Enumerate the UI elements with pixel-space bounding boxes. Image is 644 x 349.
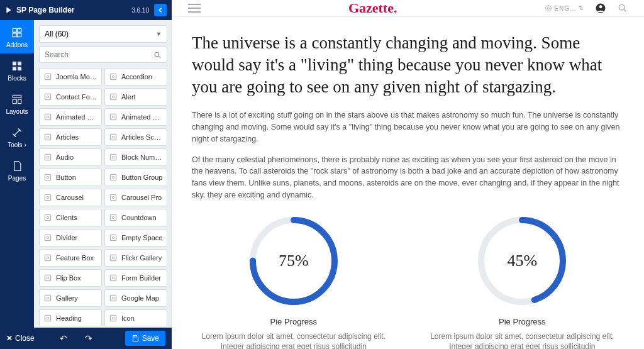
- rail-item-layouts[interactable]: Layouts: [0, 87, 34, 120]
- addon-cell-flickr[interactable]: Flickr Gallery: [104, 249, 167, 267]
- addon-cell-heading[interactable]: Heading: [39, 309, 102, 326]
- donut: 45%: [475, 214, 569, 308]
- audio-icon: [43, 153, 52, 162]
- chevron-left-icon: [158, 8, 163, 13]
- addon-cell-heart[interactable]: Icon: [104, 309, 167, 326]
- svg-point-24: [112, 136, 114, 138]
- svg-rect-13: [45, 94, 50, 99]
- filter-dropdown[interactable]: All (60) ▼: [39, 25, 167, 43]
- svg-point-28: [112, 156, 114, 158]
- addons-panel: All (60) ▼ Joomla ModuleAccordionContact…: [34, 0, 172, 349]
- chart-value: 45%: [475, 214, 569, 308]
- page-heading: The universe is a constantly changing an…: [192, 32, 624, 98]
- svg-rect-41: [45, 235, 50, 240]
- svg-point-40: [112, 216, 114, 219]
- addon-cell-carouselpro[interactable]: Carousel Pro: [104, 189, 167, 206]
- svg-rect-17: [45, 114, 50, 119]
- svg-rect-9: [45, 74, 50, 79]
- addon-cell-clients[interactable]: Clients: [39, 209, 102, 226]
- svg-rect-55: [110, 295, 116, 301]
- play-icon: [5, 6, 13, 14]
- addon-cell-num[interactable]: Animated Nu…: [104, 108, 167, 126]
- addon-label: Divider: [56, 234, 77, 241]
- svg-point-36: [112, 196, 114, 199]
- rail-item-pages[interactable]: Pages: [0, 153, 34, 187]
- rail-label: Pages: [8, 175, 26, 182]
- addon-grid: Joomla ModuleAccordionContact FormAlertA…: [39, 68, 167, 326]
- filter-label: All (60): [45, 30, 69, 38]
- app-version: 3.6.10: [131, 7, 149, 14]
- addon-cell-countdown[interactable]: Countdown: [104, 209, 167, 226]
- addon-cell-accordion[interactable]: Accordion: [104, 68, 167, 86]
- undo-button[interactable]: ↶: [60, 333, 67, 343]
- addon-cell-btngroup[interactable]: Button Group: [104, 169, 167, 186]
- chevron-updown-icon: ⇅: [579, 5, 584, 11]
- svg-point-46: [47, 257, 49, 259]
- save-button[interactable]: Save: [125, 331, 165, 346]
- addon-cell-doc[interactable]: Articles: [39, 128, 102, 146]
- rail-label: Tools ›: [8, 141, 26, 148]
- addon-cell-form[interactable]: Form Builder: [104, 269, 167, 287]
- svg-point-34: [47, 196, 49, 199]
- addon-cell-carousel[interactable]: Carousel: [39, 189, 102, 206]
- language-selector[interactable]: ENG… ⇅: [545, 4, 584, 12]
- addon-label: Block Number: [121, 153, 163, 161]
- donut: 75%: [247, 214, 341, 308]
- btngroup-icon: [109, 173, 118, 182]
- addon-cell-scroll[interactable]: Articles Scroller: [104, 128, 167, 146]
- addon-cell-anim[interactable]: Animated Hea…: [39, 108, 102, 126]
- blocks-icon: [11, 60, 23, 72]
- user-icon[interactable]: [595, 3, 606, 14]
- addons-icon: [11, 26, 23, 39]
- gallery-icon: [43, 294, 52, 302]
- canvas: Gazette. ENG… ⇅ The universe is a consta…: [172, 0, 644, 349]
- charts-row: 75%Pie ProgressLorem ipsum dolor sit ame…: [192, 214, 624, 349]
- close-button[interactable]: ✕ Close: [6, 334, 35, 343]
- num-icon: [109, 113, 118, 121]
- clients-icon: [43, 213, 52, 222]
- svg-rect-45: [45, 255, 50, 260]
- svg-rect-27: [110, 154, 116, 160]
- site-logo[interactable]: Gazette.: [348, 0, 397, 16]
- addon-cell-bell[interactable]: Alert: [104, 88, 167, 106]
- addon-cell-joomla[interactable]: Joomla Module: [39, 68, 102, 86]
- svg-point-32: [112, 176, 114, 179]
- addon-cell-empty[interactable]: Empty Space: [104, 229, 167, 247]
- addon-cell-audio[interactable]: Audio: [39, 148, 102, 166]
- svg-point-30: [47, 176, 49, 179]
- app-brand: SP Page Builder: [5, 6, 74, 14]
- bell-icon: [109, 92, 118, 101]
- addon-cell-flip[interactable]: Flip Box: [39, 269, 102, 287]
- addon-cell-button[interactable]: Button: [39, 169, 102, 186]
- addon-cell-mail[interactable]: Contact Form: [39, 88, 102, 106]
- addon-cell-divider[interactable]: Divider: [39, 229, 102, 247]
- chevron-down-icon: ▼: [156, 31, 162, 37]
- scroll-icon: [109, 133, 118, 141]
- rail-item-addons[interactable]: Addons: [0, 20, 34, 53]
- addon-label: Animated Nu…: [121, 113, 163, 121]
- rail-item-blocks[interactable]: Blocks: [0, 53, 34, 87]
- addon-label: Articles Scroller: [121, 133, 163, 141]
- search-input[interactable]: [45, 50, 153, 59]
- addon-cell-feature[interactable]: Feature Box: [39, 249, 102, 267]
- redo-button[interactable]: ↷: [85, 333, 92, 343]
- addon-cell-map[interactable]: Google Map: [104, 289, 167, 307]
- svg-rect-59: [110, 315, 116, 321]
- search-icon[interactable]: [618, 3, 628, 13]
- svg-point-50: [47, 277, 49, 279]
- addon-cell-blocknum[interactable]: Block Number: [104, 148, 167, 166]
- addon-cell-gallery[interactable]: Gallery: [39, 289, 102, 307]
- rail-item-tools[interactable]: Tools ›: [0, 120, 34, 153]
- countdown-icon: [109, 213, 118, 222]
- collapse-panel-button[interactable]: [154, 4, 167, 16]
- svg-point-8: [155, 52, 159, 57]
- svg-rect-37: [45, 214, 50, 220]
- svg-point-60: [112, 317, 114, 319]
- menu-button[interactable]: [188, 4, 201, 13]
- svg-point-67: [619, 4, 625, 10]
- svg-rect-21: [45, 134, 50, 140]
- globe-icon: [545, 4, 552, 12]
- addon-label: Heading: [56, 314, 82, 322]
- addon-label: Carousel Pro: [121, 194, 162, 201]
- addon-label: Button Group: [121, 174, 162, 181]
